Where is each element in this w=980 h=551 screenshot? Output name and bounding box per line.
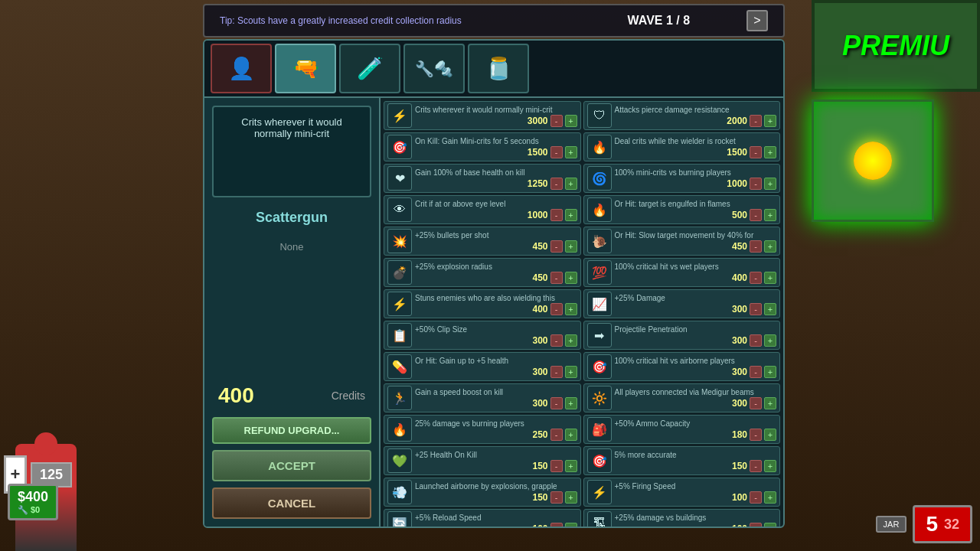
upgrade-decrement-button[interactable]: - <box>750 397 762 409</box>
upgrade-item-16[interactable]: ➡ Projectile Penetration 300 - + <box>583 321 781 350</box>
upgrade-increment-button[interactable]: + <box>565 460 577 472</box>
upgrade-item-8[interactable]: 🔥 Or Hit: target is engulfed in flames 5… <box>583 195 781 224</box>
upgrade-increment-button[interactable]: + <box>764 240 776 253</box>
upgrade-increment-button[interactable]: + <box>565 209 577 221</box>
upgrade-decrement-button[interactable]: - <box>750 209 762 221</box>
upgrade-increment-button[interactable]: + <box>565 523 577 527</box>
upgrade-item-22[interactable]: 🎒 +50% Ammo Capacity 180 - + <box>583 415 781 444</box>
upgrade-item-19[interactable]: 🏃 Gain a speed boost on kill 300 - + <box>384 383 581 412</box>
upgrade-item-20[interactable]: 🔆 All players connected via Medigur beam… <box>583 383 781 412</box>
upgrade-item-25[interactable]: 💨 Launched airborne by explosions, grapp… <box>384 478 581 507</box>
upgrade-decrement-button[interactable]: - <box>750 303 762 315</box>
upgrade-decrement-button[interactable]: - <box>750 178 762 190</box>
upgrade-item-9[interactable]: 💥 +25% bullets per shot 450 - + <box>384 227 581 256</box>
upgrade-increment-button[interactable]: + <box>764 366 776 378</box>
accept-button[interactable]: ACCEPT <box>212 450 371 481</box>
upgrade-cost-row: 300 - + <box>615 397 777 409</box>
upgrade-item-2[interactable]: 🛡 Attacks pierce damage resistance 2000 … <box>583 101 781 130</box>
upgrade-item-4[interactable]: 🔥 Deal crits while the wielder is rocket… <box>583 132 781 161</box>
upgrade-increment-button[interactable]: + <box>764 303 776 315</box>
wave-next-button[interactable]: > <box>746 10 768 31</box>
upgrade-decrement-button[interactable]: - <box>750 334 762 347</box>
upgrade-item-13[interactable]: ⚡ Stuns enemies who are also wielding th… <box>384 289 581 318</box>
upgrade-increment-button[interactable]: + <box>565 429 577 441</box>
upgrade-decrement-button[interactable]: - <box>550 209 563 221</box>
upgrade-item-28[interactable]: 🏗 +25% damage vs buildings 100 - + <box>583 509 781 527</box>
upgrade-increment-button[interactable]: + <box>565 366 577 378</box>
upgrade-item-10[interactable]: 🐌 Or Hit: Slow target movement by 40% fo… <box>583 227 781 256</box>
upgrade-decrement-button[interactable]: - <box>550 240 563 253</box>
upgrade-decrement-button[interactable]: - <box>750 366 762 378</box>
upgrade-item-14[interactable]: 📈 +25% Damage 300 - + <box>583 289 781 318</box>
upgrade-decrement-button[interactable]: - <box>550 491 563 504</box>
upgrade-item-15[interactable]: 📋 +50% Clip Size 300 - + <box>384 321 581 350</box>
upgrade-increment-button[interactable]: + <box>565 240 577 253</box>
upgrade-decrement-button[interactable]: - <box>550 272 563 284</box>
upgrade-decrement-button[interactable]: - <box>750 115 762 127</box>
tab-character[interactable]: 👤 <box>211 44 272 93</box>
upgrade-decrement-button[interactable]: - <box>550 334 563 347</box>
upgrade-item-17[interactable]: 💊 Or Hit: Gain up to +5 health 300 - + <box>384 352 581 381</box>
tab-weapon3[interactable]: 🔧🔩 <box>403 44 465 93</box>
upgrade-item-27[interactable]: 🔄 +5% Reload Speed 100 - + <box>384 509 581 527</box>
upgrade-icon: 🎯 <box>587 448 612 473</box>
refund-button[interactable]: REFUND UPGRAD... <box>212 417 371 444</box>
upgrade-decrement-button[interactable]: - <box>550 366 563 378</box>
upgrade-item-18[interactable]: 🎯 100% critical hit vs airborne players … <box>583 352 781 381</box>
upgrade-item-26[interactable]: ⚡ +5% Firing Speed 100 - + <box>583 478 781 507</box>
upgrade-decrement-button[interactable]: - <box>750 146 762 158</box>
tab-weapon4[interactable]: 🫙 <box>468 44 529 93</box>
upgrade-increment-button[interactable]: + <box>764 397 776 409</box>
upgrade-increment-button[interactable]: + <box>565 146 577 158</box>
upgrade-increment-button[interactable]: + <box>764 429 776 441</box>
upgrade-decrement-button[interactable]: - <box>550 397 563 409</box>
upgrade-cost-row: 450 - + <box>615 240 777 253</box>
upgrade-item-23[interactable]: 💚 +25 Health On Kill 150 - + <box>384 446 581 475</box>
upgrade-increment-button[interactable]: + <box>764 146 776 158</box>
upgrade-item-11[interactable]: 💣 +25% explosion radius 450 - + <box>384 258 581 287</box>
upgrade-decrement-button[interactable]: - <box>550 178 563 190</box>
tab-weapon1[interactable]: 🔫 <box>275 44 336 93</box>
upgrade-increment-button[interactable]: + <box>565 178 577 190</box>
upgrade-item-24[interactable]: 🎯 5% more accurate 150 - + <box>583 446 781 475</box>
cancel-button[interactable]: CANCEL <box>212 487 371 519</box>
upgrade-increment-button[interactable]: + <box>764 178 776 190</box>
upgrade-item-1[interactable]: ⚡ Crits wherever it would normally mini-… <box>384 101 581 130</box>
upgrade-item-5[interactable]: ❤ Gain 100% of base health on kill 1250 … <box>384 164 581 193</box>
upgrade-decrement-button[interactable]: - <box>750 240 762 253</box>
upgrade-item-21[interactable]: 🔥 25% damage vs burning players 250 - + <box>384 415 581 444</box>
upgrade-increment-button[interactable]: + <box>565 491 577 504</box>
upgrade-increment-button[interactable]: + <box>764 460 776 472</box>
upgrade-decrement-button[interactable]: - <box>550 523 563 527</box>
upgrade-cost-row: 150 - + <box>415 491 577 504</box>
upgrade-increment-button[interactable]: + <box>764 523 776 527</box>
upgrade-decrement-button[interactable]: - <box>550 146 563 158</box>
upgrade-item-6[interactable]: 🌀 100% mini-crits vs burning players 100… <box>583 164 781 193</box>
upgrade-decrement-button[interactable]: - <box>750 460 762 472</box>
upgrade-increment-button[interactable]: + <box>764 272 776 284</box>
upgrade-text: Gain 100% of base health on kill <box>415 168 577 178</box>
upgrade-item-7[interactable]: 👁 Crit if at or above eye level 1000 - + <box>384 195 581 224</box>
upgrade-increment-button[interactable]: + <box>764 115 776 127</box>
upgrade-increment-button[interactable]: + <box>764 334 776 347</box>
upgrade-decrement-button[interactable]: - <box>750 523 762 527</box>
upgrade-item-3[interactable]: 🎯 On Kill: Gain Mini-crits for 5 seconds… <box>384 132 581 161</box>
tab-weapon2[interactable]: 🧪 <box>339 44 400 93</box>
upgrade-decrement-button[interactable]: - <box>550 460 563 472</box>
upgrade-increment-button[interactable]: + <box>565 272 577 284</box>
upgrade-decrement-button[interactable]: - <box>750 491 762 504</box>
upgrade-decrement-button[interactable]: - <box>750 272 762 284</box>
upgrade-decrement-button[interactable]: - <box>550 429 563 441</box>
upgrade-increment-button[interactable]: + <box>565 334 577 347</box>
upgrade-decrement-button[interactable]: - <box>550 303 563 315</box>
upgrade-increment-button[interactable]: + <box>565 303 577 315</box>
upgrade-increment-button[interactable]: + <box>764 209 776 221</box>
upgrade-item-12[interactable]: 💯 100% critical hit vs wet players 400 -… <box>583 258 781 287</box>
upgrade-increment-button[interactable]: + <box>764 491 776 504</box>
upgrade-decrement-button[interactable]: - <box>550 115 563 127</box>
upgrade-increment-button[interactable]: + <box>565 397 577 409</box>
upgrade-info: All players connected via Medigur beams … <box>615 387 777 409</box>
upgrade-decrement-button[interactable]: - <box>750 429 762 441</box>
upgrade-increment-button[interactable]: + <box>565 115 577 127</box>
upgrade-cost-row: 400 - + <box>415 303 577 315</box>
